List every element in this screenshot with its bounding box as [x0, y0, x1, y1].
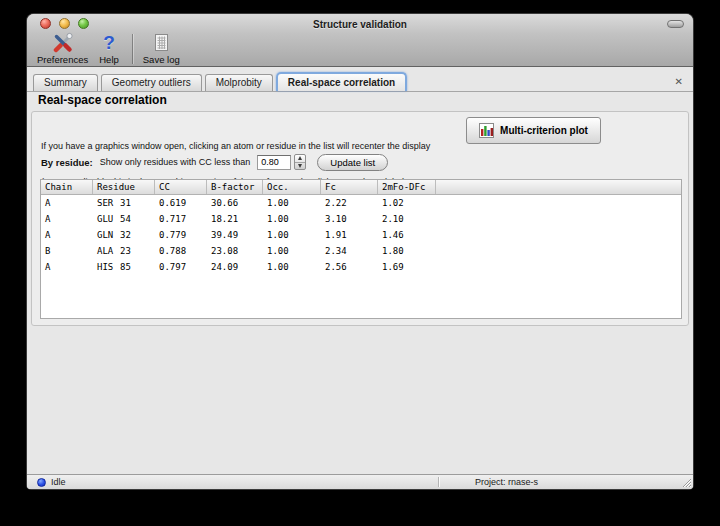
- table-row[interactable]: A HIS85 0.797 24.09 1.00 2.56 1.69: [41, 259, 681, 275]
- minimize-window-button[interactable]: [59, 18, 70, 29]
- save-log-label: Save log: [143, 54, 180, 65]
- page-title: Real-space correlation: [38, 93, 167, 107]
- cell-occ: 1.00: [263, 211, 321, 227]
- titlebar[interactable]: Structure validation: [27, 14, 693, 34]
- column-header-2mfo-dfc[interactable]: 2mFo-DFc: [378, 180, 436, 194]
- cell-occ: 1.00: [263, 259, 321, 275]
- cell-occ: 1.00: [263, 195, 321, 211]
- residue-list-header: Chain Residue CC B-factor Occ. Fc 2mFo-D…: [41, 180, 681, 195]
- close-window-button[interactable]: [40, 18, 51, 29]
- chevron-up-icon: [298, 156, 302, 160]
- column-header-filler: [436, 180, 681, 194]
- cell-2mfo-dfc: 1.80: [378, 243, 436, 259]
- cell-b-factor: 30.66: [207, 195, 263, 211]
- cell-residue: HIS85: [93, 259, 155, 275]
- column-header-cc[interactable]: CC: [155, 180, 207, 194]
- cell-chain: B: [41, 243, 93, 259]
- cell-chain: A: [41, 259, 93, 275]
- toolbar-separator: [132, 34, 133, 64]
- tab-strip: Summary Geometry outliers Molprobity Rea…: [27, 72, 693, 92]
- column-header-chain[interactable]: Chain: [41, 180, 93, 194]
- table-row[interactable]: A GLN32 0.779 39.49 1.00 1.91 1.46: [41, 227, 681, 243]
- column-header-fc[interactable]: Fc: [321, 180, 378, 194]
- cell-residue: ALA23: [93, 243, 155, 259]
- cell-2mfo-dfc: 1.69: [378, 259, 436, 275]
- resize-grip[interactable]: [680, 476, 692, 488]
- cell-fc: 1.91: [321, 227, 378, 243]
- window-title: Structure validation: [27, 14, 693, 35]
- cell-residue: GLU54: [93, 211, 155, 227]
- cell-b-factor: 24.09: [207, 259, 263, 275]
- column-header-occ[interactable]: Occ.: [263, 180, 321, 194]
- preferences-button[interactable]: Preferences: [37, 32, 88, 65]
- chevron-down-icon: [298, 164, 302, 168]
- cell-cc: 0.797: [155, 259, 207, 275]
- cell-b-factor: 39.49: [207, 227, 263, 243]
- structure-validation-window: Structure validation Preferences ?: [27, 14, 693, 489]
- multi-criterion-plot-button[interactable]: Multi-criterion plot: [466, 117, 601, 144]
- column-header-b-factor[interactable]: B-factor: [207, 180, 263, 194]
- real-space-correlation-panel: If you have a graphics window open, clic…: [31, 111, 689, 326]
- preferences-label: Preferences: [37, 54, 88, 65]
- cell-fc: 2.34: [321, 243, 378, 259]
- cell-cc: 0.619: [155, 195, 207, 211]
- project-label: Project: rnase-s: [475, 475, 538, 489]
- cell-chain: A: [41, 227, 93, 243]
- cell-filler: [436, 259, 681, 275]
- cell-chain: A: [41, 195, 93, 211]
- status-divider: [438, 477, 439, 487]
- status-text: Idle: [51, 475, 66, 489]
- tab-geometry-outliers[interactable]: Geometry outliers: [101, 74, 202, 91]
- cc-threshold-stepper: [294, 154, 306, 170]
- residue-list-body: A SER31 0.619 30.66 1.00 2.22 1.02 A GLU…: [41, 195, 681, 318]
- status-led-icon: [37, 478, 46, 487]
- cell-cc: 0.717: [155, 211, 207, 227]
- column-header-residue[interactable]: Residue: [93, 180, 155, 194]
- cell-fc: 2.22: [321, 195, 378, 211]
- bar-chart-icon: [479, 123, 494, 138]
- update-list-button[interactable]: Update list: [317, 154, 388, 171]
- residue-list: Chain Residue CC B-factor Occ. Fc 2mFo-D…: [40, 179, 682, 319]
- cell-occ: 1.00: [263, 243, 321, 259]
- tab-page: Summary Geometry outliers Molprobity Rea…: [27, 68, 693, 489]
- zoom-window-button[interactable]: [78, 18, 89, 29]
- info-line: If you have a graphics window open, clic…: [41, 140, 443, 152]
- cell-residue: SER31: [93, 195, 155, 211]
- help-button[interactable]: ? Help: [99, 32, 119, 65]
- cell-filler: [436, 211, 681, 227]
- cell-2mfo-dfc: 1.46: [378, 227, 436, 243]
- cc-threshold-label: Show only residues with CC less than: [100, 157, 251, 167]
- by-residue-label: By residue:: [41, 157, 93, 168]
- traffic-lights: [40, 18, 89, 29]
- cell-filler: [436, 195, 681, 211]
- help-label: Help: [99, 54, 119, 65]
- cell-fc: 3.10: [321, 211, 378, 227]
- toolbar: Preferences ? Help: [27, 34, 693, 67]
- table-row[interactable]: A SER31 0.619 30.66 1.00 2.22 1.02: [41, 195, 681, 211]
- table-row[interactable]: A GLU54 0.717 18.21 1.00 3.10 2.10: [41, 211, 681, 227]
- cell-2mfo-dfc: 2.10: [378, 211, 436, 227]
- toolbar-toggle-button[interactable]: [667, 20, 684, 28]
- close-tab-icon[interactable]: ✕: [675, 75, 683, 89]
- cell-b-factor: 23.08: [207, 243, 263, 259]
- cell-filler: [436, 243, 681, 259]
- cell-cc: 0.779: [155, 227, 207, 243]
- tools-icon: [52, 32, 74, 53]
- cell-2mfo-dfc: 1.02: [378, 195, 436, 211]
- cell-filler: [436, 227, 681, 243]
- cc-threshold-input[interactable]: [257, 155, 291, 170]
- status-bar: Idle Project: rnase-s: [27, 474, 693, 489]
- tab-real-space-correlation[interactable]: Real-space correlation: [276, 72, 407, 91]
- table-row[interactable]: B ALA23 0.788 23.08 1.00 2.34 1.80: [41, 243, 681, 259]
- cell-b-factor: 18.21: [207, 211, 263, 227]
- save-log-button[interactable]: Save log: [143, 32, 180, 65]
- cell-occ: 1.00: [263, 227, 321, 243]
- question-mark-icon: ?: [103, 32, 115, 53]
- tab-summary[interactable]: Summary: [33, 74, 98, 91]
- cell-residue: GLN32: [93, 227, 155, 243]
- cell-chain: A: [41, 211, 93, 227]
- stepper-down-button[interactable]: [295, 162, 305, 170]
- tab-molprobity[interactable]: Molprobity: [205, 74, 273, 91]
- spreadsheet-icon: [153, 32, 170, 53]
- plot-button-label: Multi-criterion plot: [500, 125, 588, 136]
